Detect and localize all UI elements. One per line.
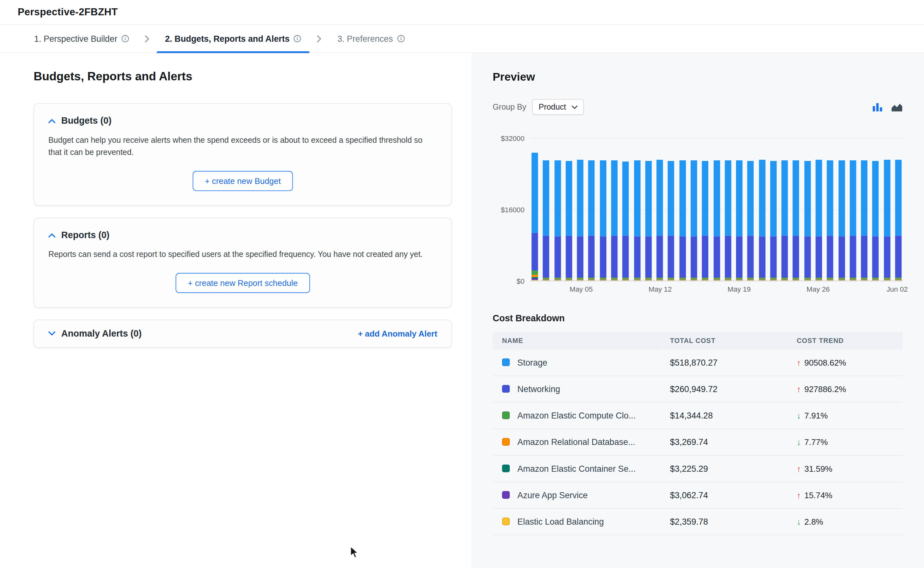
bar-segment [531, 271, 538, 275]
add-anomaly-alert-link[interactable]: + add Anomaly Alert [358, 329, 437, 338]
chevron-up-icon[interactable] [48, 119, 56, 123]
info-icon[interactable] [121, 35, 129, 42]
stacked-bar[interactable] [793, 139, 799, 281]
stacked-bar[interactable] [759, 139, 765, 281]
row-total-cost: $14,344.28 [660, 402, 787, 429]
stacked-bar[interactable] [588, 139, 595, 281]
stacked-bar[interactable] [702, 139, 708, 281]
trend-value: 90508.62% [805, 358, 846, 367]
table-row[interactable]: Amazon Relational Database...$3,269.74↓7… [493, 429, 903, 455]
stacked-bar[interactable] [815, 139, 822, 281]
reports-card-header[interactable]: Reports (0) [48, 230, 437, 240]
stacked-bar[interactable] [804, 139, 811, 281]
trend-value: 15.74% [805, 491, 832, 500]
row-name[interactable]: Elastic Load Balancing [517, 517, 604, 527]
series-color-swatch [502, 464, 510, 472]
stacked-bar[interactable] [782, 139, 788, 281]
stacked-bar[interactable] [895, 139, 901, 281]
create-report-schedule-button[interactable]: + create new Report schedule [176, 273, 310, 293]
chart-bars [531, 139, 901, 281]
stacked-bar[interactable] [555, 139, 561, 281]
stacked-bar[interactable] [600, 139, 606, 281]
stacked-bar[interactable] [736, 139, 742, 281]
bar-segment [782, 236, 788, 278]
row-name[interactable]: Storage [517, 358, 547, 367]
tab-budgets-reports-alerts[interactable]: 2. Budgets, Reports and Alerts [157, 25, 310, 53]
x-axis-label: Jun 02 [886, 285, 908, 293]
bar-segment [531, 233, 538, 271]
stacked-bar[interactable] [850, 139, 856, 281]
bar-segment [668, 161, 674, 236]
stacked-bar[interactable] [531, 139, 538, 281]
bar-segment [873, 161, 879, 236]
stacked-bar[interactable] [725, 139, 731, 281]
stacked-bar[interactable] [657, 139, 663, 281]
row-name[interactable]: Amazon Elastic Compute Clo... [517, 411, 636, 420]
stacked-bar[interactable] [827, 139, 833, 281]
info-icon[interactable] [397, 35, 405, 42]
table-row[interactable]: Elastic Load Balancing$2,359.78↓2.8% [493, 508, 903, 535]
bar-segment [815, 160, 822, 237]
active-tab-underline [157, 51, 310, 53]
stacked-bar[interactable] [634, 139, 640, 281]
row-name[interactable]: Azure App Service [517, 491, 588, 500]
stacked-bar[interactable] [565, 139, 572, 281]
bar-segment [543, 236, 549, 277]
stacked-bar[interactable] [884, 139, 890, 281]
x-axis-label: May 05 [570, 285, 593, 293]
bar-segment [565, 161, 572, 236]
group-by-value: Product [538, 103, 566, 112]
stacked-bar[interactable] [668, 139, 674, 281]
bar-segment [634, 236, 640, 277]
bar-segment [838, 160, 845, 236]
bar-segment [577, 160, 583, 236]
stacked-bar[interactable] [748, 139, 754, 281]
series-color-swatch [502, 438, 510, 446]
stacked-bar[interactable] [690, 139, 697, 281]
group-by-dropdown[interactable]: Product [532, 99, 584, 115]
anomaly-alerts-card: Anomaly Alerts (0) + add Anomaly Alert [33, 319, 452, 348]
bar-segment [759, 160, 765, 236]
stacked-bar[interactable] [838, 139, 845, 281]
row-total-cost: $260,949.72 [660, 376, 787, 402]
table-row[interactable]: Storage$518,870.27↑90508.62% [493, 350, 903, 376]
bar-segment [702, 236, 708, 277]
budgets-card-header[interactable]: Budgets (0) [48, 116, 437, 126]
area-chart-icon[interactable] [891, 102, 903, 112]
stacked-bar[interactable] [577, 139, 583, 281]
anomaly-alerts-header[interactable]: Anomaly Alerts (0) [48, 328, 142, 339]
stacked-bar[interactable] [861, 139, 867, 281]
stacked-bar[interactable] [713, 139, 720, 281]
stacked-bar[interactable] [645, 139, 651, 281]
tab-preferences[interactable]: 3. Preferences [329, 25, 413, 53]
stacked-bar[interactable] [611, 139, 618, 281]
row-name[interactable]: Networking [517, 384, 560, 394]
bar-segment [531, 275, 538, 277]
bar-segment [815, 237, 822, 278]
bar-segment [850, 160, 856, 236]
chart-plot [531, 139, 903, 281]
info-icon[interactable] [294, 35, 301, 42]
stacked-bar[interactable] [543, 139, 549, 281]
row-name[interactable]: Amazon Relational Database... [517, 437, 635, 447]
table-row[interactable]: Azure App Service$3,062.74↑15.74% [493, 482, 903, 508]
stacked-bar[interactable] [873, 139, 879, 281]
table-row[interactable]: Amazon Elastic Container Se...$3,225.29↑… [493, 455, 903, 482]
stacked-bar[interactable] [770, 139, 776, 281]
stacked-bar[interactable] [679, 139, 686, 281]
chevron-down-icon[interactable] [48, 331, 56, 336]
table-row[interactable]: Amazon Elastic Compute Clo...$14,344.28↓… [493, 402, 903, 429]
tab-perspective-builder[interactable]: 1. Perspective Builder [26, 25, 137, 53]
chevron-up-icon[interactable] [48, 233, 56, 237]
bar-segment [577, 236, 583, 277]
create-budget-button[interactable]: + create new Budget [193, 171, 293, 191]
trend-up-arrow-icon: ↑ [797, 384, 801, 394]
bar-segment [895, 159, 901, 236]
table-row[interactable]: Networking$260,949.72↑927886.2% [493, 376, 903, 402]
bar-segment [543, 161, 549, 236]
stacked-bar[interactable] [623, 139, 629, 281]
row-name[interactable]: Amazon Elastic Container Se... [517, 464, 636, 474]
trend-down-arrow-icon: ↓ [797, 437, 801, 447]
bar-segment [702, 161, 708, 236]
bar-chart-icon[interactable] [872, 102, 883, 112]
